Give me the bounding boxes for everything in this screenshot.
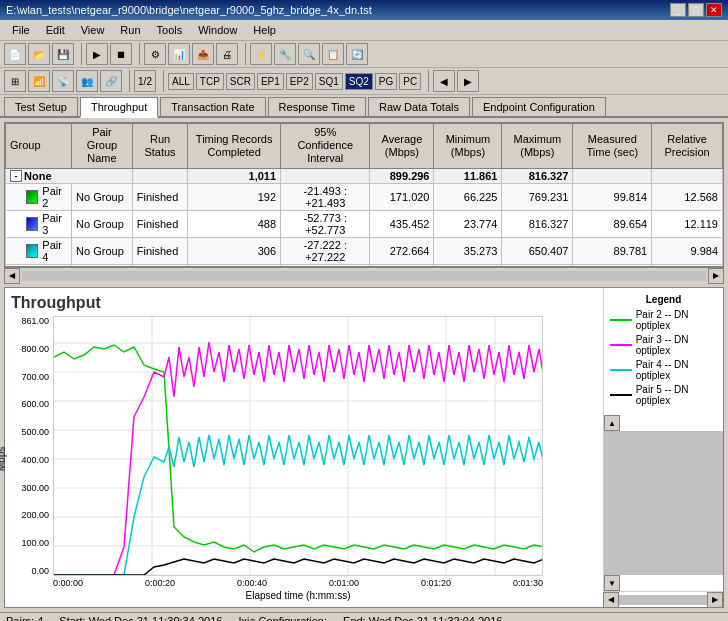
title-bar-buttons: _ □ ✕ (670, 3, 722, 17)
col-relative-precision: Relative Precision (652, 124, 723, 169)
tab-test-setup[interactable]: Test Setup (4, 97, 78, 116)
legend-area: Legend Pair 2 -- DN optiplex Pair 3 -- D… (603, 288, 723, 415)
tab-response-time[interactable]: Response Time (268, 97, 366, 116)
tb2-4[interactable]: 👥 (76, 70, 98, 92)
tb2-sep3 (425, 70, 429, 92)
tb2-sep1 (126, 70, 130, 92)
tb2-extra2[interactable]: ▶ (457, 70, 479, 92)
label-tcp[interactable]: TCP (196, 73, 224, 90)
col-run-status: Run Status (132, 124, 188, 169)
chart-button[interactable]: 📊 (168, 43, 190, 65)
label-sq2[interactable]: SQ2 (345, 73, 373, 90)
legend-scroll-right[interactable]: ▶ (707, 592, 723, 608)
table-row-pair4: Pair 4 No Group Finished 306 -27.222 : +… (6, 237, 723, 264)
scroll-thumb[interactable] (604, 431, 723, 575)
legend-line-pair5 (610, 394, 632, 396)
pair2-icon (26, 190, 38, 204)
run-button[interactable]: ▶ (86, 43, 108, 65)
toolbar-row2: ⊞ 📶 📡 👥 🔗 1/2 ALL TCP SCR EP1 EP2 SQ1 SQ… (0, 68, 728, 95)
x-tick-40: 0:00:40 (237, 578, 267, 588)
export-button[interactable]: 📤 (192, 43, 214, 65)
scroll-down-button[interactable]: ▼ (604, 575, 620, 591)
legend-scroll-left[interactable]: ◀ (603, 592, 619, 608)
pair2-minimum: 66.225 (434, 183, 502, 210)
tb-btn-8[interactable]: ⚡ (250, 43, 272, 65)
close-button[interactable]: ✕ (706, 3, 722, 17)
tab-endpoint-config[interactable]: Endpoint Configuration (472, 97, 606, 116)
expand-icon[interactable]: - (10, 170, 22, 182)
label-pg[interactable]: PG (375, 73, 397, 90)
y-axis-label: Mbps (0, 446, 7, 470)
tb-btn-9[interactable]: 🔧 (274, 43, 296, 65)
menu-file[interactable]: File (4, 22, 38, 38)
label-scr[interactable]: SCR (226, 73, 255, 90)
menu-edit[interactable]: Edit (38, 22, 73, 38)
tb2-1[interactable]: ⊞ (4, 70, 26, 92)
tb2-5[interactable]: 🔗 (100, 70, 122, 92)
tb2-6[interactable]: 1/2 (134, 70, 156, 92)
legend-scroll-track[interactable] (619, 595, 707, 605)
menu-run[interactable]: Run (112, 22, 148, 38)
legend-title: Legend (610, 294, 717, 305)
legend-item-pair3: Pair 3 -- DN optiplex (610, 334, 717, 356)
maximize-button[interactable]: □ (688, 3, 704, 17)
scroll-right-button[interactable]: ▶ (708, 268, 724, 284)
scroll-up-button[interactable]: ▲ (604, 415, 620, 431)
none-measured (573, 168, 652, 183)
tb2-extra1[interactable]: ◀ (433, 70, 455, 92)
minimize-button[interactable]: _ (670, 3, 686, 17)
y-tick-400: 400.00 (21, 455, 49, 465)
y-tick-500: 500.00 (21, 427, 49, 437)
print-button[interactable]: 🖨 (216, 43, 238, 65)
tab-raw-data[interactable]: Raw Data Totals (368, 97, 470, 116)
new-button[interactable]: 📄 (4, 43, 26, 65)
table-scrollbar[interactable]: ◀ ▶ (4, 267, 724, 283)
y-tick-100: 100.00 (21, 538, 49, 548)
legend-label-pair4: Pair 4 -- DN optiplex (636, 359, 717, 381)
pair3-icon (26, 217, 38, 231)
pair3-label: Pair 3 (42, 212, 67, 236)
menu-view[interactable]: View (73, 22, 113, 38)
tb-btn-10[interactable]: 🔍 (298, 43, 320, 65)
pair4-label: Pair 4 (42, 239, 67, 263)
tab-transaction-rate[interactable]: Transaction Rate (160, 97, 265, 116)
chart-legend-area: Throughput 861.00 800.00 700.00 600.00 5… (4, 287, 724, 608)
label-pc[interactable]: PC (399, 73, 421, 90)
tab-throughput[interactable]: Throughput (80, 97, 158, 118)
status-pairs-text: Pairs: 4 (6, 615, 43, 621)
scroll-left-button[interactable]: ◀ (4, 268, 20, 284)
save-button[interactable]: 💾 (52, 43, 74, 65)
chart-inner: 861.00 800.00 700.00 600.00 500.00 400.0… (11, 316, 603, 601)
menu-help[interactable]: Help (245, 22, 284, 38)
pair3-measured: 89.654 (573, 210, 652, 237)
tb-btn-11[interactable]: 📋 (322, 43, 344, 65)
pair2-maximum: 769.231 (502, 183, 573, 210)
config-button[interactable]: ⚙ (144, 43, 166, 65)
menu-bar: File Edit View Run Tools Window Help (0, 20, 728, 41)
none-status (132, 168, 188, 183)
label-sq1[interactable]: SQ1 (315, 73, 343, 90)
vertical-scrollbar[interactable]: ▲ ▼ (603, 415, 723, 591)
pair3-average: 435.452 (370, 210, 434, 237)
tb2-3[interactable]: 📡 (52, 70, 74, 92)
pair4-maximum: 650.407 (502, 237, 573, 264)
scroll-track[interactable] (22, 271, 706, 281)
pair3-maximum: 816.327 (502, 210, 573, 237)
tb2-2[interactable]: 📶 (28, 70, 50, 92)
table-row-pair3: Pair 3 No Group Finished 488 -52.773 : +… (6, 210, 723, 237)
pair3-precision: 12.119 (652, 210, 723, 237)
label-all[interactable]: ALL (168, 73, 194, 90)
toolbar-separator-1 (78, 43, 82, 65)
pair4-confidence: -27.222 : +27.222 (281, 237, 370, 264)
label-ep2[interactable]: EP2 (286, 73, 313, 90)
tb-btn-12[interactable]: 🔄 (346, 43, 368, 65)
legend-scrollbar-h[interactable]: ◀ ▶ (603, 591, 723, 607)
menu-window[interactable]: Window (190, 22, 245, 38)
menu-tools[interactable]: Tools (149, 22, 191, 38)
legend-label-pair2: Pair 2 -- DN optiplex (636, 309, 717, 331)
open-button[interactable]: 📂 (28, 43, 50, 65)
stop-button[interactable]: ⏹ (110, 43, 132, 65)
x-tick-60: 0:01:00 (329, 578, 359, 588)
label-ep1[interactable]: EP1 (257, 73, 284, 90)
none-confidence (281, 168, 370, 183)
